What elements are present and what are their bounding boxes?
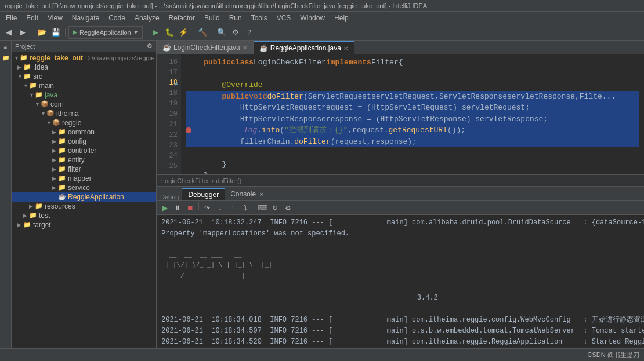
toolbar-help-btn[interactable]: ? xyxy=(243,26,256,39)
bottom-tabs: Debug Debugger Console ✕ xyxy=(157,187,644,201)
project-title: Project xyxy=(15,43,35,50)
debug-stepout-btn[interactable]: ↑ xyxy=(227,202,238,214)
tab-console-close-icon[interactable]: ✕ xyxy=(258,191,264,198)
toolbar-sep3 xyxy=(146,28,146,37)
debug-label: Debug xyxy=(157,194,182,200)
run-config-label: ReggieApplication xyxy=(79,29,131,36)
breadcrumb-class: LoginCheckFilter xyxy=(161,177,209,184)
left-sidebar: ≡ 📁 xyxy=(0,41,12,348)
tab-reggieapplication[interactable]: ☕ ReggieApplication.java ✕ xyxy=(254,41,354,54)
status-bar: CSDN @书生提刀 xyxy=(0,348,644,361)
tab-debugger-label: Debugger xyxy=(188,191,219,199)
toolbar-back-btn[interactable]: ◀ xyxy=(2,26,15,39)
debug-stepover-btn[interactable]: ↷ xyxy=(201,202,213,214)
menu-file[interactable]: File xyxy=(2,13,20,23)
toolbar-settings-btn[interactable]: ⚙ xyxy=(229,26,242,39)
project-gear-icon[interactable]: ⚙ xyxy=(147,42,153,50)
toolbar-run-btn[interactable]: ▶ xyxy=(149,26,162,39)
tree-idea[interactable]: ▶ 📁 .idea xyxy=(12,63,156,72)
tree-mapper[interactable]: ▶ 📁 mapper xyxy=(12,174,156,183)
toolbar-save-btn[interactable]: 💾 xyxy=(49,26,62,39)
code-line-23 xyxy=(186,147,639,159)
tree-root[interactable]: ▼ 📁 reggie_take_out D:\mavenprojects\reg… xyxy=(12,53,156,63)
code-line-18a: ➤ @Override xyxy=(186,79,639,91)
code-line-24: } xyxy=(186,159,639,170)
menu-view[interactable]: View xyxy=(44,13,66,23)
menu-build[interactable]: Build xyxy=(201,13,223,23)
tree-resources[interactable]: ▶ 📁 resources xyxy=(12,202,156,211)
tree-src[interactable]: ▼ 📁 src xyxy=(12,72,156,81)
menu-vcs[interactable]: VCS xyxy=(273,13,295,23)
debug-runtoclick-btn[interactable]: ⤵ xyxy=(240,202,251,214)
tab-debugger[interactable]: Debugger xyxy=(182,188,225,200)
debug-rerun-btn[interactable]: ↻ xyxy=(269,202,281,214)
toolbar-coverage-btn[interactable]: ⚡ xyxy=(177,26,190,39)
menu-window[interactable]: Window xyxy=(296,13,328,23)
breadcrumb: LoginCheckFilter › doFilter() xyxy=(157,174,644,186)
tree-reggie-app[interactable]: ☕ ReggieApplication xyxy=(12,192,156,202)
menu-tools[interactable]: Tools xyxy=(248,13,271,23)
console-line-2: Property 'mapperLocations' was not speci… xyxy=(161,228,639,239)
line-numbers: 16 17 18 18 19 20 21 22 23 24 25 xyxy=(157,54,181,174)
bottom-panel: Debug Debugger Console ✕ ▶ ⏸ ⏹ xyxy=(157,186,644,348)
tree-common[interactable]: ▶ 📁 common xyxy=(12,127,156,137)
menu-run[interactable]: Run xyxy=(226,13,245,23)
toolbar-forward-btn[interactable]: ▶ xyxy=(16,26,29,39)
debug-sep xyxy=(198,202,199,210)
debug-stop-btn[interactable]: ⏹ xyxy=(184,202,196,214)
toolbar-debug-btn[interactable]: 🐛 xyxy=(163,26,176,39)
tree-config[interactable]: ▶ 📁 config xyxy=(12,137,156,146)
debug-stepinto-btn[interactable]: ↓ xyxy=(214,202,226,214)
run-config-dropdown-icon: ▼ xyxy=(133,30,139,35)
sidebar-structure-icon[interactable]: ≡ xyxy=(1,43,10,52)
menu-navigate[interactable]: Navigate xyxy=(68,13,103,23)
tree-service[interactable]: ▶ 📁 service xyxy=(12,183,156,192)
menu-edit[interactable]: Edit xyxy=(23,13,42,23)
console-line-ascii1: __ __ __ ___ __ xyxy=(161,251,639,261)
tab-logincheckfilter-close[interactable]: ✕ xyxy=(243,45,247,51)
run-config-selector[interactable]: ▶ ReggieApplication ▼ xyxy=(68,26,143,39)
code-line-18b: public void doFilter (ServletRequest ser… xyxy=(186,91,639,103)
tab-console[interactable]: Console ✕ xyxy=(225,188,270,200)
console-line-4 xyxy=(161,281,639,292)
tree-entity[interactable]: ▶ 📁 entity xyxy=(12,155,156,165)
toolbar-open-btn[interactable]: 📂 xyxy=(35,26,48,39)
code-line-16: public class LoginCheckFilter implements… xyxy=(186,57,639,68)
code-line-19: HttpServletRequest request = ( HttpServl… xyxy=(186,102,639,114)
tree-reggie[interactable]: ▼ 📦 reggie xyxy=(12,118,156,127)
menu-help[interactable]: Help xyxy=(331,13,352,23)
tree-test[interactable]: ▶ 📁 test xyxy=(12,211,156,220)
code-line-20: HttpServletResponse response = ( HttpSer… xyxy=(186,114,639,125)
debug-resume-btn[interactable]: ▶ xyxy=(159,202,171,214)
tab-reggieapplication-icon: ☕ xyxy=(259,44,268,52)
toolbar-sep5 xyxy=(212,28,212,37)
tree-controller[interactable]: ▶ 📁 controller xyxy=(12,146,156,155)
project-tree: ▼ 📁 reggie_take_out D:\mavenprojects\reg… xyxy=(12,52,156,348)
menu-refactor[interactable]: Refactor xyxy=(165,13,198,23)
menu-code[interactable]: Code xyxy=(105,13,129,23)
console-line-8: 2021-06-21 10:18:34.520 INFO 7216 --- [ … xyxy=(161,337,639,348)
debug-pause-btn[interactable]: ⏸ xyxy=(172,202,183,214)
tab-logincheckfilter[interactable]: ☕ LoginCheckFilter.java ✕ xyxy=(157,41,254,54)
tree-main[interactable]: ▼ 📁 main xyxy=(12,81,156,90)
tab-reggieapplication-close[interactable]: ✕ xyxy=(343,45,348,52)
console-line-7: 2021-06-21 10:18:34.507 INFO 7216 --- [ … xyxy=(161,326,639,337)
tree-itheima[interactable]: ▼ 📦 itheima xyxy=(12,109,156,118)
toolbar-build-btn[interactable]: 🔨 xyxy=(196,26,209,39)
menu-analyze[interactable]: Analyze xyxy=(131,13,163,23)
debug-evaluate-btn[interactable]: ⌨ xyxy=(256,202,268,214)
tree-java[interactable]: ▼ 📁 java xyxy=(12,90,156,100)
code-line-21: log .info ("拦截到请求：{}" ,request.getReques… xyxy=(186,125,639,136)
run-config-icon: ▶ xyxy=(73,28,77,36)
debug-settings-btn[interactable]: ⚙ xyxy=(282,202,294,214)
toolbar: ◀ ▶ 📂 💾 ▶ ReggieApplication ▼ ▶ 🐛 ⚡ 🔨 🔍 … xyxy=(0,24,644,41)
tree-target[interactable]: ▶ 📁 target xyxy=(12,220,156,229)
tree-com[interactable]: ▼ 📦 com xyxy=(12,100,156,109)
tree-filter[interactable]: ▶ 📁 filter xyxy=(12,165,156,174)
code-editor[interactable]: 16 17 18 18 19 20 21 22 23 24 25 xyxy=(157,54,644,174)
bottom-toolbar: ▶ ⏸ ⏹ ↷ ↓ ↑ ⤵ ⌨ ↻ ⚙ xyxy=(157,201,644,215)
sidebar-project-icon[interactable]: 📁 xyxy=(1,53,10,63)
console-output[interactable]: 2021-06-21 10:18:32.247 INFO 7216 --- [ … xyxy=(157,215,644,348)
tab-reggieapplication-label: ReggieApplication.java xyxy=(270,44,341,52)
toolbar-search-btn[interactable]: 🔍 xyxy=(215,26,228,39)
